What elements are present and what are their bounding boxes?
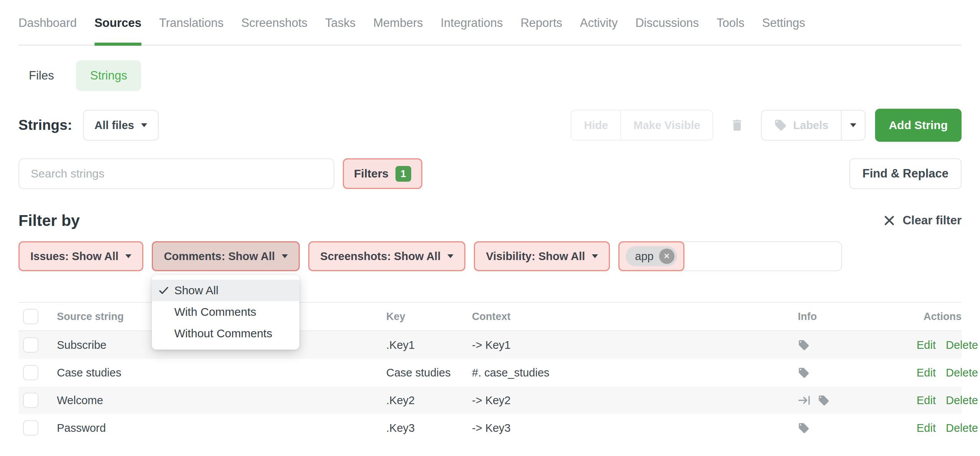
delete-link[interactable]: Delete (946, 422, 978, 434)
cell-actions: Edit Delete (917, 394, 978, 407)
nav-settings[interactable]: Settings (762, 16, 805, 30)
hide-button[interactable]: Hide (571, 111, 620, 140)
cell-key: .Key1 (386, 339, 472, 352)
filter-buttons-row: Issues: Show All Comments: Show All Show… (18, 241, 962, 271)
filters-button-label: Filters (354, 167, 389, 180)
labels-filter-input[interactable]: app ✕ (618, 241, 842, 271)
delete-link[interactable]: Delete (946, 339, 978, 352)
nav-activity[interactable]: Activity (580, 16, 618, 30)
filter-by-title: Filter by (18, 212, 80, 230)
tag-icon (798, 422, 810, 434)
strings-page: Dashboard Sources Translations Screensho… (0, 0, 980, 456)
label-chip: app ✕ (626, 246, 677, 266)
close-circle-icon[interactable]: ✕ (659, 249, 674, 264)
nav-members[interactable]: Members (373, 16, 423, 30)
edit-link[interactable]: Edit (917, 366, 936, 379)
tab-strings[interactable]: Strings (76, 60, 141, 91)
row-checkbox[interactable] (23, 393, 38, 408)
select-all-checkbox[interactable] (23, 309, 38, 324)
add-string-button[interactable]: Add String (875, 109, 962, 142)
tab-files[interactable]: Files (29, 69, 54, 83)
table-row: Welcome .Key2 -> Key2 Edit Delete (18, 386, 962, 414)
cell-key: Case studies (386, 366, 472, 379)
cell-key: .Key3 (386, 422, 472, 434)
filter-heading-row: Filter by Clear filter (18, 211, 962, 230)
menu-item-without-comments[interactable]: Without Comments (152, 323, 299, 344)
cell-info (798, 422, 917, 434)
delete-link[interactable]: Delete (946, 366, 978, 379)
labels-filter-active-box: app ✕ (618, 241, 684, 271)
filters-button[interactable]: Filters 1 (343, 158, 422, 189)
nav-tasks[interactable]: Tasks (325, 16, 355, 30)
chevron-down-icon (141, 123, 147, 127)
nav-translations[interactable]: Translations (159, 16, 224, 30)
strings-toolbar: Strings: All files Hide Make Visible Lab… (18, 109, 962, 142)
nav-dashboard[interactable]: Dashboard (18, 16, 77, 30)
clear-filter-button[interactable]: Clear filter (884, 214, 962, 227)
top-navigation: Dashboard Sources Translations Screensho… (18, 0, 962, 46)
page-title: Strings: (18, 117, 72, 133)
filter-issues-dropdown[interactable]: Issues: Show All (18, 241, 143, 271)
chevron-down-icon (447, 254, 453, 258)
tag-icon (818, 395, 830, 406)
delete-link[interactable]: Delete (946, 394, 978, 407)
find-replace-button[interactable]: Find & Replace (849, 158, 962, 189)
tag-icon (798, 367, 810, 379)
arrow-to-bar-icon (798, 395, 812, 406)
filter-comments-dropdown[interactable]: Comments: Show All (152, 241, 300, 271)
labels-dropdown-toggle[interactable] (841, 111, 865, 140)
row-checkbox[interactable] (23, 337, 38, 353)
header-info: Info (798, 311, 917, 323)
edit-link[interactable]: Edit (917, 339, 936, 352)
filters-count-badge: 1 (395, 166, 411, 182)
file-filter-value: All files (95, 119, 134, 132)
nav-discussions[interactable]: Discussions (635, 16, 699, 30)
header-actions: Actions (917, 311, 962, 323)
filter-visibility-dropdown[interactable]: Visibility: Show All (474, 241, 610, 271)
labels-button[interactable]: Labels (762, 111, 841, 140)
cell-context: #. case_studies (472, 366, 798, 379)
filter-visibility-label: Visibility: Show All (486, 250, 585, 263)
file-filter-dropdown[interactable]: All files (83, 110, 159, 141)
menu-item-with-comments[interactable]: With Comments (152, 301, 299, 323)
nav-screenshots[interactable]: Screenshots (241, 16, 307, 30)
cell-source-string: Case studies (57, 366, 386, 379)
delete-strings-button[interactable] (723, 110, 752, 141)
cell-actions: Edit Delete (917, 366, 978, 379)
clear-filter-label: Clear filter (903, 214, 962, 227)
nav-sources[interactable]: Sources (95, 16, 141, 30)
table-row: Password .Key3 -> Key3 Edit Delete (18, 414, 962, 442)
cell-info (798, 339, 917, 351)
nav-integrations[interactable]: Integrations (440, 16, 503, 30)
nav-reports[interactable]: Reports (520, 16, 562, 30)
filter-screenshots-dropdown[interactable]: Screenshots: Show All (308, 241, 465, 271)
edit-link[interactable]: Edit (917, 394, 936, 407)
trash-icon (730, 118, 744, 133)
edit-link[interactable]: Edit (917, 422, 936, 434)
check-icon (158, 285, 169, 296)
tag-icon (798, 339, 810, 351)
labels-button-group: Labels (761, 110, 865, 141)
cell-source-string: Password (57, 422, 386, 434)
search-row: Filters 1 Find & Replace (18, 158, 962, 189)
row-checkbox[interactable] (23, 420, 38, 436)
cell-info (798, 395, 917, 406)
cell-actions: Edit Delete (917, 339, 978, 352)
cell-actions: Edit Delete (917, 422, 978, 434)
cell-context: -> Key1 (472, 339, 798, 352)
filter-comments-label: Comments: Show All (164, 250, 275, 263)
labels-button-label: Labels (793, 119, 829, 132)
comments-filter-menu: Show All With Comments Without Comments (152, 275, 299, 350)
row-checkbox[interactable] (23, 365, 38, 380)
menu-item-show-all[interactable]: Show All (152, 280, 299, 301)
search-input[interactable] (18, 158, 334, 189)
label-chip-text: app (635, 250, 653, 263)
table-row: Case studies Case studies #. case_studie… (18, 359, 962, 386)
header-context: Context (472, 311, 798, 323)
filter-screenshots-label: Screenshots: Show All (320, 250, 440, 263)
chevron-down-icon (592, 254, 598, 258)
cell-context: -> Key2 (472, 394, 798, 407)
source-view-tabs: Files Strings (18, 60, 962, 91)
nav-tools[interactable]: Tools (717, 16, 744, 30)
make-visible-button[interactable]: Make Visible (620, 111, 713, 140)
